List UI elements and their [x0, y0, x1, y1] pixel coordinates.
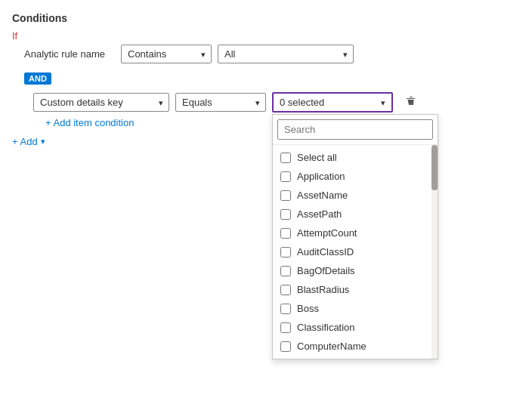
item-checkbox-1[interactable]	[280, 190, 291, 201]
item-label-3[interactable]: AttemptCount	[297, 227, 357, 239]
analytic-rule-label: Analytic rule name	[24, 48, 115, 60]
add-item-condition-label: + Add item condition	[45, 117, 134, 128]
item-checkbox-9[interactable]	[280, 341, 291, 352]
condition-operator-select[interactable]: Equals	[175, 93, 266, 112]
list-item[interactable]: Classification	[273, 318, 438, 337]
value-multiselect[interactable]: 0 selected	[272, 92, 393, 113]
dropdown-list: Select all Application AssetName As	[273, 145, 438, 359]
item-label-9[interactable]: ComputerName	[297, 341, 367, 352]
item-checkbox-4[interactable]	[280, 247, 291, 258]
select-all-label[interactable]: Select all	[297, 152, 337, 163]
value-select[interactable]: All	[218, 45, 354, 63]
delete-condition-button[interactable]	[402, 94, 420, 112]
item-label-1[interactable]: AssetName	[297, 190, 348, 201]
condition-operator-wrapper: Equals	[175, 93, 266, 112]
conditions-title: Conditions	[12, 12, 520, 24]
dropdown-popup: Select all Application AssetName As	[272, 114, 438, 359]
list-item[interactable]: BlastRadius	[273, 280, 438, 299]
field-select[interactable]: Custom details key	[33, 93, 169, 112]
operator-select[interactable]: Contains	[121, 45, 212, 63]
item-checkbox-3[interactable]	[280, 228, 291, 239]
scrollbar-thumb[interactable]	[431, 145, 438, 190]
item-label-5[interactable]: BagOfDetails	[297, 265, 355, 276]
item-checkbox-7[interactable]	[280, 304, 291, 314]
list-item[interactable]: AssetPath	[273, 205, 438, 224]
select-all-checkbox[interactable]	[280, 153, 291, 163]
if-label: If	[12, 30, 520, 42]
conditions-section: Conditions If Analytic rule name Contain…	[12, 12, 520, 147]
scrollbar-track	[431, 145, 438, 359]
value-multiselect-label: 0 selected	[280, 97, 324, 108]
add-button[interactable]: + Add ▾	[12, 136, 45, 147]
chevron-down-icon: ▾	[41, 137, 45, 146]
condition-row: Custom details key Equals 0 selected	[33, 92, 520, 113]
list-item[interactable]: AssetName	[273, 186, 438, 205]
analytic-rule-row: Analytic rule name Contains All	[24, 45, 520, 63]
item-checkbox-0[interactable]	[280, 171, 291, 182]
list-item[interactable]: AuditClassID	[273, 242, 438, 261]
item-label-2[interactable]: AssetPath	[297, 208, 342, 220]
value-multiselect-wrapper: 0 selected Select all Appl	[272, 92, 393, 113]
search-input[interactable]	[277, 119, 433, 140]
item-checkbox-2[interactable]	[280, 209, 291, 220]
list-item[interactable]: Application	[273, 167, 438, 186]
item-checkbox-6[interactable]	[280, 285, 291, 295]
item-label-0[interactable]: Application	[297, 171, 345, 182]
add-item-condition-button[interactable]: + Add item condition	[45, 117, 134, 128]
field-dropdown-wrapper: Custom details key	[33, 93, 169, 112]
item-checkbox-5[interactable]	[280, 266, 291, 276]
item-label-7[interactable]: Boss	[297, 303, 319, 314]
search-box-wrapper	[273, 115, 438, 145]
item-label-6[interactable]: BlastRadius	[297, 284, 349, 295]
list-item[interactable]: AttemptCount	[273, 224, 438, 242]
add-button-label: + Add	[12, 136, 38, 147]
select-all-item[interactable]: Select all	[273, 148, 438, 167]
list-item[interactable]: ComputerName	[273, 337, 438, 356]
list-item[interactable]: BagOfDetails	[273, 261, 438, 280]
trash-icon	[405, 97, 417, 109]
item-checkbox-8[interactable]	[280, 322, 291, 333]
item-label-8[interactable]: Classification	[297, 322, 355, 333]
item-label-4[interactable]: AuditClassID	[297, 246, 354, 258]
value-dropdown-wrapper: All	[218, 45, 354, 63]
list-item[interactable]: Boss	[273, 299, 438, 318]
and-badge: AND	[24, 72, 51, 85]
operator-dropdown-wrapper: Contains	[121, 45, 212, 63]
